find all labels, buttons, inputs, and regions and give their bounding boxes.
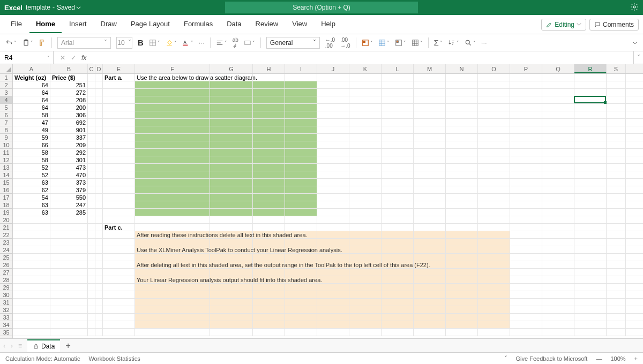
cell-I10[interactable] (285, 141, 317, 148)
cell-J29[interactable] (317, 284, 349, 291)
cell-G23[interactable] (210, 239, 253, 246)
cell-E23[interactable] (103, 239, 135, 246)
cell-F34[interactable] (135, 321, 210, 328)
cell-R20[interactable] (574, 216, 607, 223)
cell-R17[interactable] (574, 194, 607, 201)
cell-B21[interactable] (50, 224, 88, 231)
cell-Q12[interactable] (542, 156, 574, 163)
cell-K13[interactable] (349, 164, 382, 171)
cell-L14[interactable] (382, 171, 414, 178)
fill-color-button[interactable]: ˅ (166, 39, 177, 47)
cell-L10[interactable] (382, 141, 414, 148)
cell-F33[interactable] (135, 314, 210, 321)
cell-O20[interactable] (478, 216, 510, 223)
tab-draw[interactable]: Draw (94, 16, 123, 33)
cell-C6[interactable] (88, 111, 95, 118)
cell-I2[interactable] (285, 81, 317, 88)
cell-H11[interactable] (253, 149, 285, 156)
row-header-26[interactable]: 26 (0, 261, 12, 269)
cell-S4[interactable] (607, 96, 626, 103)
cell-A3[interactable]: 64 (13, 89, 50, 96)
cell-O25[interactable] (478, 254, 510, 261)
cell-K20[interactable] (349, 216, 382, 223)
col-header-K[interactable]: K (349, 64, 382, 73)
cell-D32[interactable] (95, 306, 103, 313)
cell-C8[interactable] (88, 126, 95, 133)
cell-B4[interactable]: 208 (50, 96, 88, 103)
save-state[interactable]: Saved (57, 4, 81, 11)
cell-J6[interactable] (317, 111, 349, 118)
cell-O5[interactable] (478, 104, 510, 111)
cell-J4[interactable] (317, 96, 349, 103)
cell-F2[interactable] (135, 81, 210, 88)
cell-F32[interactable] (135, 306, 210, 313)
cell-N19[interactable] (446, 209, 478, 216)
cell-L33[interactable] (382, 314, 414, 321)
col-header-L[interactable]: L (382, 64, 414, 73)
cell-P35[interactable] (510, 329, 542, 336)
cell-N9[interactable] (446, 134, 478, 141)
cell-S3[interactable] (607, 89, 626, 96)
cell-S5[interactable] (607, 104, 626, 111)
cell-M7[interactable] (414, 119, 446, 126)
cell-P15[interactable] (510, 179, 542, 186)
cell-O35[interactable] (478, 329, 510, 336)
cell-H14[interactable] (253, 171, 285, 178)
cell-G8[interactable] (210, 126, 253, 133)
feedback-link[interactable]: Give Feedback to Microsoft (516, 355, 588, 362)
cell-G10[interactable] (210, 141, 253, 148)
cell-N16[interactable] (446, 186, 478, 193)
cell-P8[interactable] (510, 126, 542, 133)
col-header-N[interactable]: N (446, 64, 478, 73)
formula-input[interactable] (93, 51, 633, 64)
cell-B7[interactable]: 692 (50, 119, 88, 126)
cell-C12[interactable] (88, 156, 95, 163)
cell-E7[interactable] (103, 119, 135, 126)
cell-E19[interactable] (103, 209, 135, 216)
cell-O10[interactable] (478, 141, 510, 148)
cell-F11[interactable] (135, 149, 210, 156)
cell-N28[interactable] (446, 276, 478, 283)
cell-S6[interactable] (607, 111, 626, 118)
cell-A29[interactable] (13, 284, 50, 291)
row-header-13[interactable]: 13 (0, 164, 12, 171)
cell-H9[interactable] (253, 134, 285, 141)
cell-L2[interactable] (382, 81, 414, 88)
cell-S14[interactable] (607, 171, 626, 178)
cell-N20[interactable] (446, 216, 478, 223)
cell-M15[interactable] (414, 179, 446, 186)
cell-M33[interactable] (414, 314, 446, 321)
cell-G14[interactable] (210, 171, 253, 178)
cell-N18[interactable] (446, 201, 478, 208)
cell-M21[interactable] (414, 224, 446, 231)
cell-E27[interactable] (103, 269, 135, 276)
more-button[interactable]: ··· (481, 39, 487, 47)
cell-P26[interactable] (510, 261, 542, 268)
cell-G3[interactable] (210, 89, 253, 96)
cell-Q4[interactable] (542, 96, 574, 103)
cell-O1[interactable] (478, 74, 510, 81)
cell-F1[interactable]: Use the area below to draw a scatter dia… (135, 74, 210, 81)
cell-G4[interactable] (210, 96, 253, 103)
cell-F12[interactable] (135, 156, 210, 163)
cell-S11[interactable] (607, 149, 626, 156)
row-header-12[interactable]: 12 (0, 156, 12, 164)
cell-S25[interactable] (607, 254, 626, 261)
cell-K1[interactable] (349, 74, 382, 81)
cell-J34[interactable] (317, 321, 349, 328)
cell-B8[interactable]: 901 (50, 126, 88, 133)
cell-A1[interactable]: Weight (oz) (13, 74, 50, 81)
cell-J8[interactable] (317, 126, 349, 133)
cell-C2[interactable] (88, 81, 95, 88)
cell-K22[interactable] (349, 231, 382, 238)
increase-decimal-button[interactable]: .00→.0 (340, 37, 350, 49)
cell-I33[interactable] (285, 314, 317, 321)
cell-H20[interactable] (253, 216, 285, 223)
row-header-4[interactable]: 4 (0, 96, 12, 104)
cell-F15[interactable] (135, 179, 210, 186)
cell-S35[interactable] (607, 329, 626, 336)
cell-D12[interactable] (95, 156, 103, 163)
cell-D22[interactable] (95, 231, 103, 238)
cell-M6[interactable] (414, 111, 446, 118)
cell-N33[interactable] (446, 314, 478, 321)
